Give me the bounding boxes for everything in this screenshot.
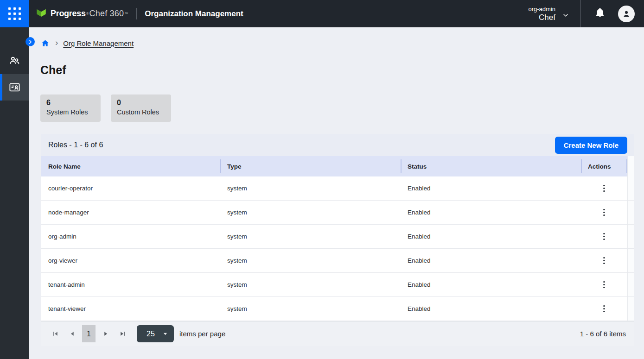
home-icon[interactable] bbox=[41, 39, 50, 48]
cell-role-name: tenant-admin bbox=[41, 273, 220, 296]
previous-page-button[interactable] bbox=[65, 327, 79, 341]
select-dropdown-icon bbox=[163, 331, 168, 336]
sidebar bbox=[0, 27, 29, 359]
cell-actions bbox=[581, 249, 627, 272]
table-row: courier-operator system Enabled bbox=[41, 176, 634, 201]
last-page-button[interactable] bbox=[115, 327, 129, 341]
create-new-role-button[interactable]: Create New Role bbox=[555, 137, 627, 154]
pagination-summary: 1 - 6 of 6 items bbox=[580, 330, 627, 338]
table-row: tenant-admin system Enabled bbox=[41, 273, 634, 297]
cell-actions bbox=[581, 297, 627, 321]
cell-status: Enabled bbox=[401, 201, 581, 224]
kebab-icon bbox=[603, 233, 605, 235]
items-per-page-label: items per page bbox=[179, 330, 225, 338]
breadcrumb-separator: › bbox=[55, 38, 58, 48]
kebab-icon bbox=[603, 209, 605, 211]
cell-role-name: node-manager bbox=[41, 201, 220, 224]
scrollbar-gutter bbox=[627, 297, 634, 321]
app-launcher-button[interactable] bbox=[0, 0, 29, 27]
first-page-icon bbox=[52, 331, 58, 337]
main-content: › Org Role Management Chef 6 System Role… bbox=[29, 27, 644, 359]
breadcrumb: › Org Role Management bbox=[41, 38, 134, 49]
row-actions-kebab-button[interactable] bbox=[597, 302, 611, 316]
table-body: courier-operator system Enabled node-man… bbox=[41, 176, 634, 321]
breadcrumb-link-org-role-management[interactable]: Org Role Management bbox=[63, 39, 134, 47]
cell-role-name: courier-operator bbox=[41, 176, 220, 200]
cell-actions bbox=[581, 225, 627, 248]
cell-status: Enabled bbox=[401, 297, 581, 321]
next-page-icon bbox=[103, 331, 109, 337]
kebab-icon bbox=[603, 305, 605, 307]
stat-card: 0 Custom Roles bbox=[111, 94, 171, 122]
cell-status: Enabled bbox=[401, 176, 581, 200]
row-actions-kebab-button[interactable] bbox=[597, 230, 611, 244]
apps-grid-icon bbox=[8, 7, 21, 20]
cell-role-name: tenant-viewer bbox=[41, 297, 220, 321]
account-org: Chef bbox=[528, 13, 555, 22]
stat-value: 6 bbox=[46, 98, 95, 107]
cell-type: system bbox=[220, 201, 401, 224]
page-size-value: 25 bbox=[147, 330, 155, 338]
next-page-button[interactable] bbox=[99, 327, 113, 341]
page-size-select[interactable]: 25 bbox=[137, 325, 174, 342]
sidebar-item-org-roles[interactable] bbox=[0, 74, 29, 101]
stat-card: 6 System Roles bbox=[40, 94, 101, 122]
kebab-icon bbox=[603, 281, 605, 283]
cell-actions bbox=[581, 176, 627, 200]
brand-chef360-mark: ™ bbox=[124, 12, 128, 16]
kebab-icon bbox=[603, 257, 605, 259]
current-page-indicator[interactable]: 1 bbox=[82, 325, 96, 342]
users-icon bbox=[8, 55, 21, 67]
scrollbar-gutter bbox=[627, 273, 634, 296]
profile-button[interactable] bbox=[618, 6, 635, 22]
cell-type: system bbox=[220, 273, 401, 296]
row-actions-kebab-button[interactable] bbox=[597, 206, 611, 220]
previous-page-icon bbox=[69, 331, 75, 337]
cell-role-name: org-admin bbox=[41, 225, 220, 248]
column-header-status: Status bbox=[401, 156, 581, 176]
table-row: node-manager system Enabled bbox=[41, 201, 634, 225]
column-header-type: Type bbox=[220, 156, 401, 176]
last-page-icon bbox=[120, 331, 126, 337]
brand-logo: Progress® Chef 360™ bbox=[35, 8, 128, 20]
app-header: Progress® Chef 360™ Organization Managem… bbox=[0, 0, 644, 27]
sidebar-item-users[interactable] bbox=[0, 48, 29, 74]
chevron-right-icon bbox=[28, 39, 33, 44]
first-page-button[interactable] bbox=[48, 327, 62, 341]
sidebar-expand-button[interactable] bbox=[26, 37, 35, 46]
cell-type: system bbox=[220, 297, 401, 321]
cell-type: system bbox=[220, 176, 401, 200]
row-actions-kebab-button[interactable] bbox=[597, 278, 611, 292]
stat-label: System Roles bbox=[46, 108, 95, 117]
cell-actions bbox=[581, 201, 627, 224]
table-row: org-admin system Enabled bbox=[41, 225, 634, 249]
cell-status: Enabled bbox=[401, 273, 581, 296]
page-title: Chef bbox=[40, 63, 66, 77]
role-card-icon bbox=[8, 81, 21, 94]
kebab-icon bbox=[603, 185, 605, 187]
table-header-row: Role Name Type Status Actions bbox=[41, 156, 634, 176]
table-row: tenant-viewer system Enabled bbox=[41, 297, 634, 321]
scrollbar-gutter bbox=[627, 249, 634, 272]
table-row: org-viewer system Enabled bbox=[41, 249, 634, 273]
brand-chef360: Chef 360 bbox=[89, 9, 124, 19]
scrollbar-gutter bbox=[627, 225, 634, 248]
stat-value: 0 bbox=[117, 98, 165, 107]
roles-table-title: Roles - 1 - 6 of 6 bbox=[48, 141, 103, 149]
progress-logo-icon bbox=[35, 8, 47, 20]
header-divider bbox=[580, 0, 581, 27]
scrollbar-gutter bbox=[627, 156, 634, 176]
chevron-down-icon[interactable] bbox=[562, 12, 569, 19]
user-avatar-icon bbox=[621, 9, 631, 19]
screen: Progress® Chef 360™ Organization Managem… bbox=[0, 0, 644, 359]
row-actions-kebab-button[interactable] bbox=[597, 182, 611, 195]
cell-status: Enabled bbox=[401, 249, 581, 272]
account-menu[interactable]: org-admin Chef bbox=[528, 6, 555, 22]
row-actions-kebab-button[interactable] bbox=[597, 254, 611, 268]
scrollbar-gutter bbox=[627, 201, 634, 224]
notifications-button[interactable] bbox=[594, 7, 606, 20]
cell-status: Enabled bbox=[401, 225, 581, 248]
cell-type: system bbox=[220, 225, 401, 248]
stats-cards: 6 System Roles 0 Custom Roles bbox=[40, 94, 171, 122]
cell-role-name: org-viewer bbox=[41, 249, 220, 272]
